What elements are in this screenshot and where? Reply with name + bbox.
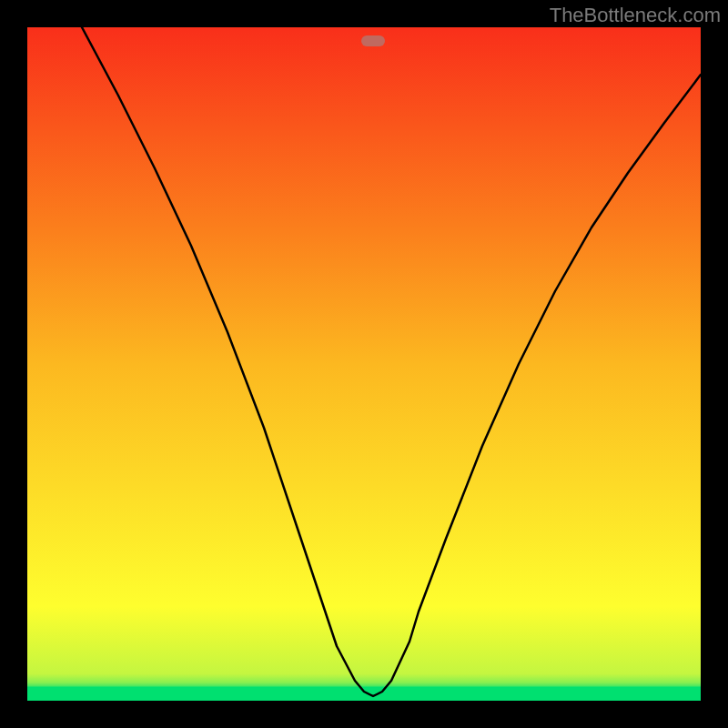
curve-svg: [27, 27, 701, 701]
plot-area: [27, 27, 701, 701]
bottleneck-curve: [82, 27, 701, 696]
chart-container: TheBottleneck.com: [0, 0, 728, 728]
optimal-marker: [361, 35, 385, 46]
watermark-text: TheBottleneck.com: [550, 4, 721, 27]
